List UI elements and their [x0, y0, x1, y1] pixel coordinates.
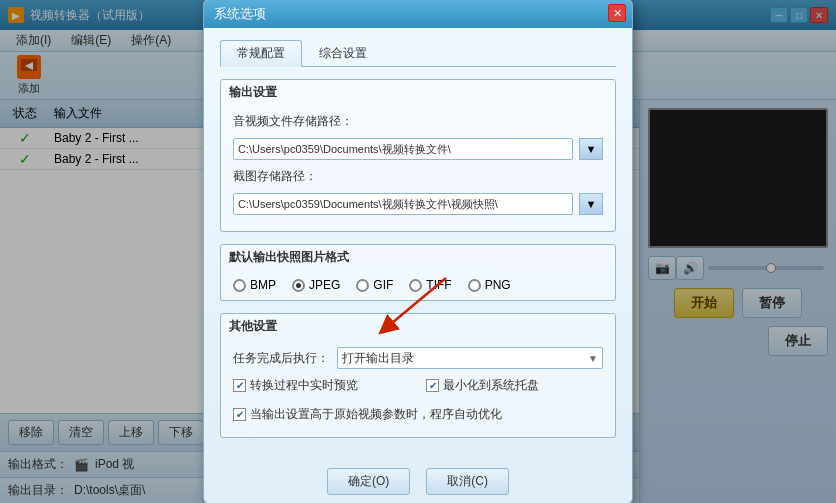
dialog-content: 常规配置 综合设置 输出设置 音视频文件存储路径： ▼: [204, 28, 632, 460]
other-section-title: 其他设置: [221, 314, 615, 339]
format-bmp-label: BMP: [250, 278, 276, 292]
snapshot-path-browse[interactable]: ▼: [579, 193, 603, 215]
video-path-input-row: ▼: [233, 138, 603, 160]
dialog-overlay: 系统选项 ✕ 常规配置 综合设置 输出设置 音视频文件存储路径：: [0, 0, 836, 503]
format-jpeg-label: JPEG: [309, 278, 340, 292]
app-window: ▶ 视频转换器（试用版） www.pc0359.cn ─ □ ✕ 添加(I) 编…: [0, 0, 836, 503]
format-tiff[interactable]: TIFF: [409, 278, 451, 292]
check-optimize[interactable]: ✔: [233, 408, 246, 421]
output-settings-content: 音视频文件存储路径： ▼ 截图存储路径： ▼: [221, 105, 615, 231]
settings-dialog: 系统选项 ✕ 常规配置 综合设置 输出设置 音视频文件存储路径：: [203, 0, 633, 503]
checkbox-minimize-tray[interactable]: ✔ 最小化到系统托盘: [426, 377, 603, 394]
cancel-button[interactable]: 取消(C): [426, 468, 509, 495]
task-complete-value: 打开输出目录: [342, 350, 414, 367]
tab-general[interactable]: 常规配置: [220, 40, 302, 67]
output-settings-section: 输出设置 音视频文件存储路径： ▼ 截图存储路径：: [220, 79, 616, 232]
format-gif[interactable]: GIF: [356, 278, 393, 292]
radio-gif[interactable]: [356, 279, 369, 292]
task-complete-row: 任务完成后执行： 打开输出目录 ▼: [233, 347, 603, 369]
dialog-tabs: 常规配置 综合设置: [220, 40, 616, 67]
snapshot-path-label: 截图存储路径：: [233, 168, 317, 185]
format-section-title: 默认输出快照图片格式: [221, 245, 615, 270]
radio-jpeg[interactable]: [292, 279, 305, 292]
format-radio-group: BMP JPEG GIF TIFF: [221, 270, 615, 300]
checkbox-realtime-preview[interactable]: ✔ 转换过程中实时预览: [233, 377, 410, 394]
other-section-content: 任务完成后执行： 打开输出目录 ▼ ✔ 转换过程中实时预览: [221, 339, 615, 437]
checkbox-optimize-label: 当输出设置高于原始视频参数时，程序自动优化: [250, 406, 502, 423]
checkbox-auto-optimize[interactable]: ✔ 当输出设置高于原始视频参数时，程序自动优化: [233, 406, 603, 423]
select-arrow-icon: ▼: [588, 353, 598, 364]
snapshot-path-row: 截图存储路径：: [233, 168, 603, 185]
output-settings-title: 输出设置: [221, 80, 615, 105]
video-path-label: 音视频文件存储路径：: [233, 113, 353, 130]
task-complete-label: 任务完成后执行：: [233, 350, 329, 367]
radio-bmp[interactable]: [233, 279, 246, 292]
check-realtime[interactable]: ✔: [233, 379, 246, 392]
video-path-browse[interactable]: ▼: [579, 138, 603, 160]
dialog-close-button[interactable]: ✕: [608, 4, 626, 22]
dialog-title: 系统选项: [214, 5, 266, 23]
snapshot-path-input[interactable]: [233, 193, 573, 215]
check-minimize[interactable]: ✔: [426, 379, 439, 392]
format-jpeg[interactable]: JPEG: [292, 278, 340, 292]
radio-png[interactable]: [468, 279, 481, 292]
other-section: 其他设置 任务完成后执行： 打开输出目录 ▼ ✔ 转换: [220, 313, 616, 438]
format-png-label: PNG: [485, 278, 511, 292]
checkbox-realtime-label: 转换过程中实时预览: [250, 377, 358, 394]
format-bmp[interactable]: BMP: [233, 278, 276, 292]
format-gif-label: GIF: [373, 278, 393, 292]
radio-tiff[interactable]: [409, 279, 422, 292]
dialog-title-bar: 系统选项 ✕: [204, 0, 632, 28]
format-tiff-label: TIFF: [426, 278, 451, 292]
checkbox-minimize-label: 最小化到系统托盘: [443, 377, 539, 394]
format-png[interactable]: PNG: [468, 278, 511, 292]
checkbox-grid: ✔ 转换过程中实时预览 ✔ 最小化到系统托盘: [233, 377, 603, 400]
format-section: 默认输出快照图片格式 BMP JPEG GIF: [220, 244, 616, 301]
snapshot-path-input-row: ▼: [233, 193, 603, 215]
task-complete-select[interactable]: 打开输出目录 ▼: [337, 347, 603, 369]
tab-advanced[interactable]: 综合设置: [302, 40, 384, 66]
dialog-footer: 确定(O) 取消(C): [204, 460, 632, 503]
video-path-input[interactable]: [233, 138, 573, 160]
confirm-button[interactable]: 确定(O): [327, 468, 410, 495]
video-path-row: 音视频文件存储路径：: [233, 113, 603, 130]
